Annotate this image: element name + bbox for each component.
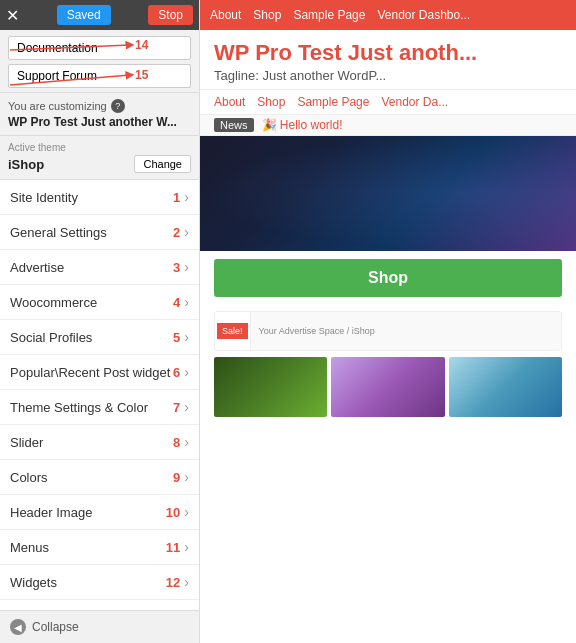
thumb-green bbox=[214, 357, 327, 417]
menu-item-number: 8 bbox=[173, 435, 180, 450]
news-badge: News bbox=[214, 118, 254, 132]
menu-item-label: Woocommerce bbox=[10, 295, 97, 310]
nav-sample-page[interactable]: Sample Page bbox=[293, 8, 365, 22]
support-forum-button[interactable]: Support Forum bbox=[8, 64, 191, 88]
menu-item-number: 5 bbox=[173, 330, 180, 345]
menu-item-number: 2 bbox=[173, 225, 180, 240]
menu-item-arrow: › bbox=[184, 504, 189, 520]
menu-item-7[interactable]: Theme Settings & Color 7 › bbox=[0, 390, 199, 425]
active-theme-section: Active theme iShop Change bbox=[0, 136, 199, 180]
site-title: WP Pro Test Just anoth... bbox=[214, 40, 562, 66]
help-icon[interactable]: ? bbox=[111, 99, 125, 113]
saved-button[interactable]: Saved bbox=[57, 5, 111, 25]
menu-item-left: Advertise bbox=[10, 260, 64, 275]
menu-item-left: Theme Settings & Color bbox=[10, 400, 148, 415]
menu-item-number: 1 bbox=[173, 190, 180, 205]
collapse-icon: ◀ bbox=[10, 619, 26, 635]
nav2-vendor[interactable]: Vendor Da... bbox=[381, 95, 448, 109]
menu-item-6[interactable]: Popular\Recent Post widget 6 › bbox=[0, 355, 199, 390]
change-theme-button[interactable]: Change bbox=[134, 155, 191, 173]
hero-image-overlay bbox=[200, 136, 576, 251]
thumbnail-row bbox=[214, 357, 562, 417]
menu-item-number: 6 bbox=[173, 365, 180, 380]
news-link[interactable]: 🎉 Hello world! bbox=[262, 118, 343, 132]
menu-item-number: 9 bbox=[173, 470, 180, 485]
menu-item-10[interactable]: Header Image 10 › bbox=[0, 495, 199, 530]
menu-item-arrow: › bbox=[184, 574, 189, 590]
nav2-shop[interactable]: Shop bbox=[257, 95, 285, 109]
menu-item-left: Widgets bbox=[10, 575, 57, 590]
shop-button[interactable]: Shop bbox=[214, 259, 562, 297]
menu-item-1[interactable]: Site Identity 1 › bbox=[0, 180, 199, 215]
site-header: WP Pro Test Just anoth... Tagline: Just … bbox=[200, 30, 576, 89]
menu-item-label: Advertise bbox=[10, 260, 64, 275]
menu-item-arrow: › bbox=[184, 539, 189, 555]
menu-item-label: Colors bbox=[10, 470, 48, 485]
active-theme-label: Active theme bbox=[8, 142, 191, 153]
menu-items-list: Site Identity 1 › General Settings 2 › A… bbox=[0, 180, 199, 610]
menu-item-left: Popular\Recent Post widget bbox=[10, 365, 170, 380]
menu-item-label: Theme Settings & Color bbox=[10, 400, 148, 415]
menu-item-number: 12 bbox=[166, 575, 180, 590]
menu-item-left: Colors bbox=[10, 470, 48, 485]
menu-item-arrow: › bbox=[184, 469, 189, 485]
nav-about[interactable]: About bbox=[210, 8, 241, 22]
customizing-site-name: WP Pro Test Just another W... bbox=[8, 115, 191, 129]
menu-item-13[interactable]: Static Front Page 13 › bbox=[0, 600, 199, 610]
collapse-label: Collapse bbox=[32, 620, 79, 634]
menu-item-left: General Settings bbox=[10, 225, 107, 240]
menu-item-11[interactable]: Menus 11 › bbox=[0, 530, 199, 565]
shop-btn-area: Shop bbox=[200, 251, 576, 305]
customizing-info: You are customizing ? WP Pro Test Just a… bbox=[0, 92, 199, 136]
menu-item-left: Site Identity bbox=[10, 190, 78, 205]
menu-item-9[interactable]: Colors 9 › bbox=[0, 460, 199, 495]
menu-item-label: Social Profiles bbox=[10, 330, 92, 345]
menu-item-arrow: › bbox=[184, 399, 189, 415]
menu-item-5[interactable]: Social Profiles 5 › bbox=[0, 320, 199, 355]
menu-item-label: Widgets bbox=[10, 575, 57, 590]
menu-item-arrow: › bbox=[184, 294, 189, 310]
menu-item-left: Menus bbox=[10, 540, 49, 555]
theme-name: iShop bbox=[8, 157, 44, 172]
right-panel: About Shop Sample Page Vendor Dashbo... … bbox=[200, 0, 576, 643]
you-are-customizing-text: You are customizing bbox=[8, 100, 107, 112]
menu-item-3[interactable]: Advertise 3 › bbox=[0, 250, 199, 285]
menu-item-number: 10 bbox=[166, 505, 180, 520]
menu-item-arrow: › bbox=[184, 329, 189, 345]
menu-item-4[interactable]: Woocommerce 4 › bbox=[0, 285, 199, 320]
thumb-purple bbox=[331, 357, 444, 417]
nav2-sample-page[interactable]: Sample Page bbox=[297, 95, 369, 109]
menu-item-12[interactable]: Widgets 12 › bbox=[0, 565, 199, 600]
collapse-bar[interactable]: ◀ Collapse bbox=[0, 610, 199, 643]
nav-shop[interactable]: Shop bbox=[253, 8, 281, 22]
menu-item-label: Menus bbox=[10, 540, 49, 555]
menu-item-8[interactable]: Slider 8 › bbox=[0, 425, 199, 460]
menu-item-arrow: › bbox=[184, 224, 189, 240]
sale-badge: Sale! bbox=[217, 323, 248, 339]
menu-item-left: Social Profiles bbox=[10, 330, 92, 345]
menu-item-number: 11 bbox=[166, 540, 180, 555]
menu-item-number: 3 bbox=[173, 260, 180, 275]
menu-item-label: Header Image bbox=[10, 505, 92, 520]
menu-item-left: Woocommerce bbox=[10, 295, 97, 310]
documentation-button[interactable]: Documentation bbox=[8, 36, 191, 60]
doc-buttons-area: Documentation Support Forum 14 15 bbox=[0, 30, 199, 92]
hero-image bbox=[200, 136, 576, 251]
site-tagline: Tagline: Just another WordP... bbox=[214, 68, 562, 83]
menu-item-arrow: › bbox=[184, 364, 189, 380]
menu-item-number: 4 bbox=[173, 295, 180, 310]
site-secondary-nav: About Shop Sample Page Vendor Da... bbox=[200, 89, 576, 115]
site-top-nav: About Shop Sample Page Vendor Dashbo... bbox=[200, 0, 576, 30]
stop-button[interactable]: Stop bbox=[148, 5, 193, 25]
menu-item-label: Popular\Recent Post widget bbox=[10, 365, 170, 380]
nav2-about[interactable]: About bbox=[214, 95, 245, 109]
menu-item-arrow: › bbox=[184, 259, 189, 275]
menu-item-label: Site Identity bbox=[10, 190, 78, 205]
nav-vendor-dash[interactable]: Vendor Dashbo... bbox=[377, 8, 470, 22]
thumb-blue bbox=[449, 357, 562, 417]
menu-item-2[interactable]: General Settings 2 › bbox=[0, 215, 199, 250]
menu-item-number: 7 bbox=[173, 400, 180, 415]
top-bar: ✕ Saved Stop bbox=[0, 0, 199, 30]
menu-item-label: General Settings bbox=[10, 225, 107, 240]
close-button[interactable]: ✕ bbox=[6, 6, 19, 25]
